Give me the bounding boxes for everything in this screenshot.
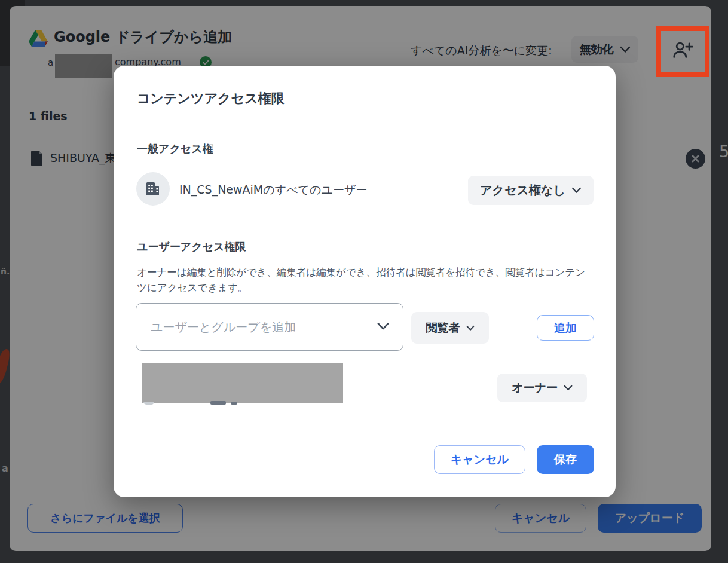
add-user-submit-button[interactable]: 追加 <box>537 315 594 341</box>
role-dropdown-value: 閲覧者 <box>426 320 460 336</box>
user-access-description: オーナーは編集と削除ができ、編集者は編集ができ、招待者は閲覧者を招待でき、閲覧者… <box>137 265 595 296</box>
add-users-input[interactable] <box>151 304 366 350</box>
annotation-highlight-box <box>656 26 709 77</box>
avatar-fragment <box>143 402 154 405</box>
content-access-modal: コンテンツアクセス権限 一般アクセス権 IN_CS_NewAiMのすべてのユーザ… <box>114 66 616 497</box>
user-access-heading: ユーザーアクセス権限 <box>137 240 246 254</box>
general-access-dropdown-value: アクセス権なし <box>480 182 565 198</box>
text-fragment <box>210 401 226 405</box>
modal-title: コンテンツアクセス権限 <box>137 90 285 108</box>
redacted-owner-identity <box>142 363 343 403</box>
add-users-combobox[interactable] <box>136 303 403 351</box>
owner-role-dropdown-value: オーナー <box>512 380 558 396</box>
owner-role-dropdown[interactable]: オーナー <box>497 374 587 402</box>
general-access-dropdown[interactable]: アクセス権なし <box>468 176 594 205</box>
organization-avatar <box>136 172 170 206</box>
building-icon <box>145 181 161 197</box>
role-dropdown[interactable]: 閲覧者 <box>411 312 489 344</box>
chevron-down-icon <box>466 325 475 331</box>
general-access-subject: IN_CS_NewAiMのすべてのユーザー <box>179 182 367 198</box>
text-fragment <box>231 402 237 405</box>
modal-cancel-button[interactable]: キャンセル <box>434 445 525 474</box>
modal-save-button[interactable]: 保存 <box>537 445 594 474</box>
chevron-down-icon <box>564 385 573 391</box>
chevron-down-icon <box>571 187 582 194</box>
chevron-down-icon[interactable] <box>377 322 390 333</box>
general-access-heading: 一般アクセス権 <box>137 142 213 156</box>
